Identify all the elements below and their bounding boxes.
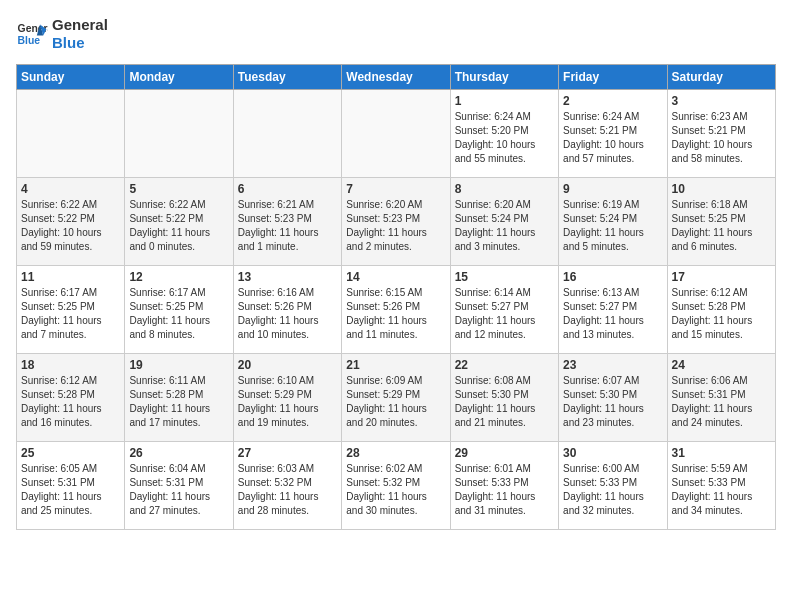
svg-text:Blue: Blue: [18, 35, 41, 46]
calendar-cell: [342, 90, 450, 178]
calendar-cell: 15Sunrise: 6:14 AMSunset: 5:27 PMDayligh…: [450, 266, 558, 354]
day-info: Sunrise: 6:02 AMSunset: 5:32 PMDaylight:…: [346, 462, 445, 518]
calendar-cell: [125, 90, 233, 178]
day-info: Sunrise: 6:20 AMSunset: 5:23 PMDaylight:…: [346, 198, 445, 254]
day-info: Sunrise: 6:03 AMSunset: 5:32 PMDaylight:…: [238, 462, 337, 518]
day-info: Sunrise: 6:10 AMSunset: 5:29 PMDaylight:…: [238, 374, 337, 430]
day-number: 14: [346, 270, 445, 284]
weekday-header-wednesday: Wednesday: [342, 65, 450, 90]
weekday-header-friday: Friday: [559, 65, 667, 90]
calendar-week-4: 18Sunrise: 6:12 AMSunset: 5:28 PMDayligh…: [17, 354, 776, 442]
day-number: 21: [346, 358, 445, 372]
day-number: 24: [672, 358, 771, 372]
calendar-cell: 19Sunrise: 6:11 AMSunset: 5:28 PMDayligh…: [125, 354, 233, 442]
calendar-week-3: 11Sunrise: 6:17 AMSunset: 5:25 PMDayligh…: [17, 266, 776, 354]
calendar-cell: 6Sunrise: 6:21 AMSunset: 5:23 PMDaylight…: [233, 178, 341, 266]
day-number: 2: [563, 94, 662, 108]
weekday-header-tuesday: Tuesday: [233, 65, 341, 90]
day-number: 11: [21, 270, 120, 284]
calendar-week-2: 4Sunrise: 6:22 AMSunset: 5:22 PMDaylight…: [17, 178, 776, 266]
calendar-cell: [233, 90, 341, 178]
calendar-cell: 30Sunrise: 6:00 AMSunset: 5:33 PMDayligh…: [559, 442, 667, 530]
day-info: Sunrise: 6:08 AMSunset: 5:30 PMDaylight:…: [455, 374, 554, 430]
calendar-cell: 31Sunrise: 5:59 AMSunset: 5:33 PMDayligh…: [667, 442, 775, 530]
calendar-cell: 21Sunrise: 6:09 AMSunset: 5:29 PMDayligh…: [342, 354, 450, 442]
calendar-cell: 18Sunrise: 6:12 AMSunset: 5:28 PMDayligh…: [17, 354, 125, 442]
calendar-cell: [17, 90, 125, 178]
day-info: Sunrise: 6:19 AMSunset: 5:24 PMDaylight:…: [563, 198, 662, 254]
calendar-table: SundayMondayTuesdayWednesdayThursdayFrid…: [16, 64, 776, 530]
day-info: Sunrise: 6:24 AMSunset: 5:21 PMDaylight:…: [563, 110, 662, 166]
day-info: Sunrise: 6:21 AMSunset: 5:23 PMDaylight:…: [238, 198, 337, 254]
day-number: 7: [346, 182, 445, 196]
calendar-cell: 13Sunrise: 6:16 AMSunset: 5:26 PMDayligh…: [233, 266, 341, 354]
weekday-header-sunday: Sunday: [17, 65, 125, 90]
logo-text: General: [52, 16, 108, 34]
logo: General Blue General Blue: [16, 16, 108, 52]
calendar-cell: 3Sunrise: 6:23 AMSunset: 5:21 PMDaylight…: [667, 90, 775, 178]
day-info: Sunrise: 6:04 AMSunset: 5:31 PMDaylight:…: [129, 462, 228, 518]
calendar-cell: 8Sunrise: 6:20 AMSunset: 5:24 PMDaylight…: [450, 178, 558, 266]
calendar-cell: 7Sunrise: 6:20 AMSunset: 5:23 PMDaylight…: [342, 178, 450, 266]
day-info: Sunrise: 6:05 AMSunset: 5:31 PMDaylight:…: [21, 462, 120, 518]
day-number: 27: [238, 446, 337, 460]
calendar-week-1: 1Sunrise: 6:24 AMSunset: 5:20 PMDaylight…: [17, 90, 776, 178]
calendar-cell: 1Sunrise: 6:24 AMSunset: 5:20 PMDaylight…: [450, 90, 558, 178]
day-number: 15: [455, 270, 554, 284]
day-number: 17: [672, 270, 771, 284]
day-info: Sunrise: 6:22 AMSunset: 5:22 PMDaylight:…: [129, 198, 228, 254]
day-number: 6: [238, 182, 337, 196]
day-number: 10: [672, 182, 771, 196]
day-number: 18: [21, 358, 120, 372]
day-number: 3: [672, 94, 771, 108]
day-info: Sunrise: 6:16 AMSunset: 5:26 PMDaylight:…: [238, 286, 337, 342]
calendar-cell: 27Sunrise: 6:03 AMSunset: 5:32 PMDayligh…: [233, 442, 341, 530]
day-number: 12: [129, 270, 228, 284]
day-number: 19: [129, 358, 228, 372]
day-info: Sunrise: 5:59 AMSunset: 5:33 PMDaylight:…: [672, 462, 771, 518]
day-info: Sunrise: 6:12 AMSunset: 5:28 PMDaylight:…: [21, 374, 120, 430]
calendar-week-5: 25Sunrise: 6:05 AMSunset: 5:31 PMDayligh…: [17, 442, 776, 530]
calendar-cell: 25Sunrise: 6:05 AMSunset: 5:31 PMDayligh…: [17, 442, 125, 530]
day-info: Sunrise: 6:07 AMSunset: 5:30 PMDaylight:…: [563, 374, 662, 430]
day-number: 31: [672, 446, 771, 460]
day-number: 8: [455, 182, 554, 196]
day-number: 5: [129, 182, 228, 196]
day-info: Sunrise: 6:15 AMSunset: 5:26 PMDaylight:…: [346, 286, 445, 342]
day-info: Sunrise: 6:13 AMSunset: 5:27 PMDaylight:…: [563, 286, 662, 342]
calendar-cell: 22Sunrise: 6:08 AMSunset: 5:30 PMDayligh…: [450, 354, 558, 442]
calendar-cell: 9Sunrise: 6:19 AMSunset: 5:24 PMDaylight…: [559, 178, 667, 266]
day-info: Sunrise: 6:17 AMSunset: 5:25 PMDaylight:…: [129, 286, 228, 342]
day-number: 9: [563, 182, 662, 196]
day-info: Sunrise: 6:20 AMSunset: 5:24 PMDaylight:…: [455, 198, 554, 254]
weekday-header-saturday: Saturday: [667, 65, 775, 90]
calendar-cell: 5Sunrise: 6:22 AMSunset: 5:22 PMDaylight…: [125, 178, 233, 266]
day-number: 1: [455, 94, 554, 108]
calendar-cell: 2Sunrise: 6:24 AMSunset: 5:21 PMDaylight…: [559, 90, 667, 178]
calendar-cell: 11Sunrise: 6:17 AMSunset: 5:25 PMDayligh…: [17, 266, 125, 354]
calendar-cell: 24Sunrise: 6:06 AMSunset: 5:31 PMDayligh…: [667, 354, 775, 442]
day-number: 30: [563, 446, 662, 460]
weekday-header-monday: Monday: [125, 65, 233, 90]
day-number: 20: [238, 358, 337, 372]
day-info: Sunrise: 6:22 AMSunset: 5:22 PMDaylight:…: [21, 198, 120, 254]
calendar-cell: 12Sunrise: 6:17 AMSunset: 5:25 PMDayligh…: [125, 266, 233, 354]
logo-text-blue: Blue: [52, 34, 108, 52]
calendar-cell: 20Sunrise: 6:10 AMSunset: 5:29 PMDayligh…: [233, 354, 341, 442]
calendar-cell: 17Sunrise: 6:12 AMSunset: 5:28 PMDayligh…: [667, 266, 775, 354]
day-info: Sunrise: 6:24 AMSunset: 5:20 PMDaylight:…: [455, 110, 554, 166]
logo-icon: General Blue: [16, 18, 48, 50]
calendar-cell: 29Sunrise: 6:01 AMSunset: 5:33 PMDayligh…: [450, 442, 558, 530]
day-number: 25: [21, 446, 120, 460]
day-number: 22: [455, 358, 554, 372]
calendar-cell: 4Sunrise: 6:22 AMSunset: 5:22 PMDaylight…: [17, 178, 125, 266]
day-number: 4: [21, 182, 120, 196]
day-number: 16: [563, 270, 662, 284]
day-number: 28: [346, 446, 445, 460]
day-number: 26: [129, 446, 228, 460]
calendar-cell: 14Sunrise: 6:15 AMSunset: 5:26 PMDayligh…: [342, 266, 450, 354]
day-info: Sunrise: 6:01 AMSunset: 5:33 PMDaylight:…: [455, 462, 554, 518]
day-info: Sunrise: 6:00 AMSunset: 5:33 PMDaylight:…: [563, 462, 662, 518]
day-info: Sunrise: 6:09 AMSunset: 5:29 PMDaylight:…: [346, 374, 445, 430]
calendar-cell: 10Sunrise: 6:18 AMSunset: 5:25 PMDayligh…: [667, 178, 775, 266]
